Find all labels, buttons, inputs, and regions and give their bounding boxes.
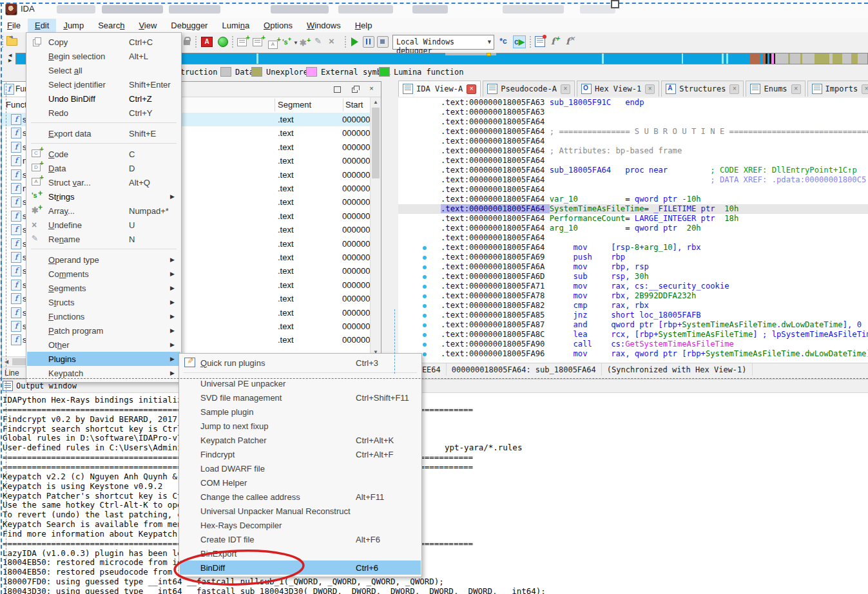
make-code-icon[interactable] xyxy=(237,38,250,51)
ida-view-a-content[interactable]: .text:000000018005FA63 sub_18005F91C end… xyxy=(398,98,868,363)
menubar-item-lumina[interactable]: Lumina xyxy=(215,19,256,32)
menubar-item-file[interactable]: File xyxy=(0,19,28,32)
plugins-menu-item-svd-file-management[interactable]: SVD file managementCtrl+Shift+F11 xyxy=(180,390,421,405)
remove-function-icon[interactable]: f× xyxy=(566,35,575,46)
dock-handle[interactable] xyxy=(611,0,619,8)
edit-menu-item-undo-bindiff[interactable]: Undo BinDiffCtrl+Z xyxy=(27,91,180,106)
edit-menu-item-copy[interactable]: CopyCtrl+C xyxy=(27,35,180,49)
disassembly-line[interactable]: .text:000000018005FA64 var_10 = qword pt… xyxy=(398,195,868,204)
plugins-menu-item-hex-rays-decompiler[interactable]: Hex-Rays Decompiler xyxy=(180,518,421,532)
tab-structures[interactable]: Structures× xyxy=(661,81,744,97)
pause-debugger-icon[interactable] xyxy=(363,36,374,48)
problems-icon[interactable]: A xyxy=(201,37,213,47)
disassembly-line[interactable]: .text:000000018005FA69 push rbp xyxy=(398,253,868,262)
menubar-item-options[interactable]: Options xyxy=(256,19,300,32)
add-function-icon[interactable]: f+ xyxy=(551,35,560,46)
plugins-menu-item-change-the-callee-address[interactable]: Change the callee addressAlt+F11 xyxy=(180,490,421,504)
disassembly-line[interactable]: .text:000000018005FA64 arg_10 = qword pt… xyxy=(398,224,868,233)
tab-imports[interactable]: Imports× xyxy=(807,81,868,97)
toolbar-grip[interactable] xyxy=(345,36,346,48)
disassembly-line[interactable]: .text:000000018005FA64 xyxy=(398,156,868,166)
start-debugger-icon[interactable] xyxy=(351,37,358,46)
disassembly-line[interactable]: .text:000000018005FA64 ; Attributes: bp-… xyxy=(398,146,868,156)
close-icon[interactable]: × xyxy=(645,84,655,94)
plugins-menu-item-quick-run-plugins[interactable]: Quick run pluginsCtrl+3 xyxy=(180,356,421,370)
close-icon[interactable]: × xyxy=(729,84,739,94)
toolbar-grip[interactable] xyxy=(530,36,531,48)
column-segment[interactable]: Segment xyxy=(278,100,311,110)
plugins-menu-item-com-helper[interactable]: COM Helper xyxy=(180,475,421,490)
disassembly-line[interactable]: .text:000000018005FA85 jnz short loc_180… xyxy=(398,311,868,320)
disassembly-line[interactable]: .text:000000018005FA6D sub rsp, 30h xyxy=(398,272,868,282)
struct-var-icon[interactable]: A xyxy=(268,38,281,51)
breakpoint-list-icon[interactable] xyxy=(535,36,545,47)
edit-menu-item-functions[interactable]: Functions▶ xyxy=(27,309,180,323)
plugins-menu-item-universal-unpacker-manual-reconstruct[interactable]: Universal Unpacker Manual Reconstruct xyxy=(180,504,421,518)
toolbar-grip[interactable] xyxy=(2,36,3,48)
menubar-item-debugger[interactable]: Debugger xyxy=(164,19,215,32)
close-icon[interactable]: × xyxy=(467,84,476,94)
disassembly-line[interactable]: .text:000000018005FA78 mov rbx, 2B992DDF… xyxy=(398,291,868,301)
make-data-icon[interactable] xyxy=(253,38,265,51)
plugins-menu-item-findcrypt[interactable]: FindcryptCtrl+Alt+F xyxy=(180,447,421,461)
plugins-menu-item-jump-to-next-fixup[interactable]: Jump to next fixup xyxy=(180,419,421,433)
edit-menu-item-select-identifier[interactable]: Select identifierShift+Enter xyxy=(27,77,180,91)
menubar-item-help[interactable]: Help xyxy=(348,19,380,32)
edit-menu-item-other[interactable]: Other▶ xyxy=(27,338,180,352)
tab-ida-view-a[interactable]: IDA View-A× xyxy=(398,81,481,97)
edit-menu-item-structs[interactable]: Structs▶ xyxy=(27,295,180,309)
plugins-menu-item-binexport[interactable]: BinExport xyxy=(180,546,421,560)
plugins-menu-item-bindiff[interactable]: BinDiffCtrl+6 xyxy=(180,560,421,575)
disassembly-line[interactable]: .text:000000018005FA8C lea rcx, [rbp+Sys… xyxy=(398,330,868,340)
menubar-item-jump[interactable]: Jump xyxy=(56,19,91,32)
edit-menu-item-begin-selection[interactable]: Begin selectionAlt+L xyxy=(27,49,180,63)
tab-hex-view-1[interactable]: Hex View-1× xyxy=(577,81,659,97)
array-icon[interactable]: ✱+ xyxy=(300,36,313,49)
maximize-icon[interactable] xyxy=(334,86,341,93)
scroll-left-icon[interactable]: ◀ xyxy=(5,359,8,365)
edit-menu-item-select-all[interactable]: Select all xyxy=(27,63,180,77)
edit-menu-item-patch-program[interactable]: Patch program▶ xyxy=(27,323,180,338)
edit-menu-item-rename[interactable]: ✎RenameN xyxy=(27,232,180,246)
disassembly-line[interactable]: .text:000000018005FA64 SystemTimeAsFileT… xyxy=(398,204,868,214)
tab-enums[interactable]: Enums× xyxy=(746,81,805,97)
edit-menu-item-struct-var[interactable]: AStruct var...Alt+Q xyxy=(27,175,180,189)
debugger-selector[interactable]: Local Windows debugger ▼ xyxy=(392,35,494,50)
edit-menu-item-redo[interactable]: RedoCtrl+Y xyxy=(27,106,180,120)
close-icon[interactable]: × xyxy=(791,84,801,94)
scroll-up-icon[interactable]: ▲ xyxy=(373,99,378,105)
tab-pseudocode-a[interactable]: Pseudocode-A× xyxy=(483,81,575,97)
stop-debugger-icon[interactable] xyxy=(377,36,389,48)
edit-menu-item-code[interactable]: CCodeC xyxy=(27,147,180,161)
disassembly-line[interactable]: .text:000000018005FA90 call cs:GetSystem… xyxy=(398,340,868,349)
disassembly-line[interactable]: .text:000000018005FA6A mov rbp, rsp xyxy=(398,262,868,272)
disassembly-line[interactable]: .text:000000018005FA82 cmp rax, rbx xyxy=(398,301,868,311)
disassembly-line[interactable]: .text:000000018005FA64 PerformanceCount=… xyxy=(398,214,868,224)
disassembly-line[interactable]: .text:000000018005FA64 xyxy=(398,185,868,195)
menubar-item-search[interactable]: Search xyxy=(91,19,131,32)
edit-menu-item-plugins[interactable]: Plugins▶ xyxy=(27,352,180,366)
edit-menu-item-array[interactable]: ✱Array...Numpad+* xyxy=(27,204,180,218)
plugins-menu-item-create-idt-file[interactable]: Create IDT fileAlt+F6 xyxy=(180,532,421,546)
plugins-menu-item-keypatch-patcher[interactable]: Keypatch PatcherCtrl+Alt+K xyxy=(180,433,421,447)
functions-vertical-scrollbar[interactable]: ▲ ▼ xyxy=(370,97,381,357)
disassembly-line[interactable]: .text:000000018005FA64 mov [rsp-8+arg_10… xyxy=(398,243,868,253)
menubar-item-view[interactable]: View xyxy=(131,19,164,32)
strings-dropdown-caret[interactable]: ▼ xyxy=(293,40,298,46)
plugins-menu-item-sample-plugin[interactable]: Sample plugin xyxy=(180,405,421,419)
disassembly-line[interactable]: .text:000000018005FA63 sub_18005F91C end… xyxy=(398,98,868,108)
undefine-icon[interactable]: × xyxy=(329,35,342,48)
continue-process-icon[interactable]: c▶ xyxy=(513,35,526,48)
disassembly-line[interactable]: .text:000000018005FA64 xyxy=(398,233,868,243)
disassembly-line[interactable]: .text:000000018005FA64 xyxy=(398,117,868,127)
attach-process-icon[interactable]: *c xyxy=(497,35,509,47)
menubar-item-edit[interactable]: Edit xyxy=(28,19,56,32)
disassembly-line[interactable]: .text:000000018005FA64 ; DATA XREF: .pda… xyxy=(398,175,868,185)
disassembly-line[interactable]: .text:000000018005FA63 xyxy=(398,108,868,117)
close-icon[interactable]: × xyxy=(561,84,570,94)
signature-lock-icon[interactable] xyxy=(184,40,190,45)
disassembly-line[interactable]: .text:000000018005FA71 mov rax, cs:__sec… xyxy=(398,282,868,291)
menubar-item-windows[interactable]: Windows xyxy=(300,19,348,32)
close-icon[interactable]: × xyxy=(862,84,868,94)
edit-menu-item-undefine[interactable]: ×UndefineU xyxy=(27,218,180,232)
